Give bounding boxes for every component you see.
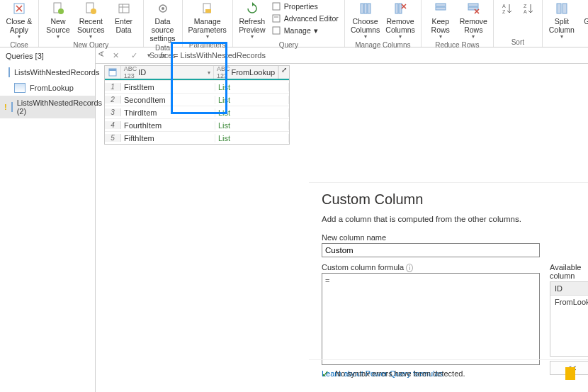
- svg-rect-17: [364, 4, 367, 13]
- table-row[interactable]: 3ThirdItemList: [105, 106, 289, 118]
- table-icon: [9, 67, 10, 77]
- query-item[interactable]: ListsWithNestedRecords: [0, 65, 95, 80]
- properties-button[interactable]: Properties: [271, 1, 339, 11]
- commit-formula-button[interactable]: ✓: [125, 51, 142, 60]
- split-column-icon: [555, 1, 569, 16]
- collapse-queries-button[interactable]: ∢: [96, 47, 106, 60]
- formula-input[interactable]: = ListsWithNestedRecords: [171, 51, 588, 60]
- svg-text:Z: Z: [502, 9, 506, 14]
- manage-button[interactable]: Manage ▾: [271, 26, 339, 35]
- sort-asc-button[interactable]: AZ: [497, 0, 518, 17]
- svg-rect-29: [557, 4, 561, 13]
- query-item-label: ListsWithNestedRecords: [14, 68, 99, 77]
- chevron-down-icon: ▾: [89, 33, 92, 40]
- enter-data-button[interactable]: Enter Data: [108, 0, 140, 34]
- datatype-any-icon: ABC123: [217, 65, 230, 79]
- info-icon[interactable]: i: [406, 264, 413, 272]
- check-icon: ✓: [322, 369, 329, 379]
- expand-column-button[interactable]: ⤢: [278, 66, 289, 79]
- queries-pane: Queries [3] ListsWithNestedRecords FromL…: [0, 47, 96, 392]
- column-header-fromlookup[interactable]: ABC123FromLookup: [214, 66, 278, 79]
- svg-rect-19: [395, 4, 398, 13]
- chevron-down-icon: ▾: [314, 26, 318, 35]
- available-column-item[interactable]: ID: [550, 282, 588, 296]
- choose-columns-button[interactable]: Choose Columns▾: [348, 0, 383, 40]
- sort-asc-icon: AZ: [500, 1, 514, 16]
- close-apply-icon: [12, 1, 26, 16]
- data-grid: ABC123ID▾ ABC123FromLookup ⤢ 1FirstItemL…: [104, 65, 290, 145]
- keep-rows-button[interactable]: Keep Rows▾: [424, 0, 457, 40]
- data-source-settings-button[interactable]: Data source settings: [147, 0, 179, 43]
- column-menu-button[interactable]: ▾: [208, 69, 210, 76]
- select-all-corner[interactable]: [105, 66, 121, 79]
- refresh-icon: [245, 1, 259, 16]
- query-item-label: ListsWithNestedRecords (2): [17, 99, 102, 116]
- query-item[interactable]: !ListsWithNestedRecords (2): [0, 96, 95, 118]
- refresh-preview-button[interactable]: Refresh Preview▾: [236, 0, 268, 40]
- close-apply-button[interactable]: Close & Apply▾: [3, 0, 35, 40]
- remove-rows-button[interactable]: Remove Rows▾: [457, 0, 490, 40]
- svg-rect-23: [468, 4, 478, 6]
- svg-point-4: [91, 9, 96, 14]
- svg-rect-24: [468, 7, 478, 10]
- formula-dropdown-button[interactable]: ▾: [142, 52, 155, 59]
- svg-rect-11: [205, 9, 211, 13]
- status-text: No syntax errors have been detected.: [335, 369, 465, 378]
- group-by-button[interactable]: Group By: [578, 0, 588, 34]
- split-column-button[interactable]: Split Column▾: [545, 0, 578, 40]
- table-row[interactable]: 2SecondItemList: [105, 93, 289, 106]
- formula-input[interactable]: =: [322, 273, 540, 365]
- table-row[interactable]: 1FirstItemList: [105, 80, 289, 93]
- new-column-name-input[interactable]: [322, 243, 540, 257]
- chevron-down-icon: ▾: [472, 33, 475, 40]
- queries-pane-title: Queries [3]: [0, 47, 95, 65]
- ok-button[interactable]: [565, 367, 575, 380]
- cancel-formula-button[interactable]: ✕: [106, 51, 125, 60]
- svg-text:Z: Z: [524, 4, 527, 9]
- svg-rect-20: [399, 4, 402, 13]
- query-item-label: FromLookup: [30, 84, 74, 92]
- ribbon: Close & Apply▾ Close New Source▾ Recent …: [0, 0, 588, 47]
- parameters-icon: [200, 1, 215, 16]
- svg-rect-13: [273, 15, 280, 22]
- remove-columns-button[interactable]: Remove Columns▾: [383, 0, 417, 40]
- choose-columns-icon: [358, 1, 373, 16]
- svg-text:A: A: [524, 9, 527, 14]
- column-header-id[interactable]: ABC123ID▾: [121, 66, 214, 79]
- custom-column-dialog: Custom Column Add a column that is compu…: [309, 182, 588, 366]
- sort-desc-icon: ZA: [521, 1, 536, 16]
- svg-rect-45: [109, 69, 116, 71]
- enter-data-icon: [117, 1, 131, 16]
- dialog-status-bar: ✓ No syntax errors have been detected.: [309, 359, 588, 387]
- remove-rows-icon: [466, 1, 480, 16]
- warning-icon: !: [4, 103, 7, 111]
- chevron-down-icon: ▾: [399, 33, 402, 40]
- chevron-down-icon: ▾: [439, 33, 442, 40]
- query-item[interactable]: FromLookup: [0, 80, 95, 96]
- svg-rect-12: [273, 3, 280, 10]
- available-column-item[interactable]: FromLookup: [550, 296, 588, 308]
- svg-rect-5: [119, 4, 129, 13]
- recent-sources-icon: [84, 1, 98, 16]
- dialog-title: Custom Column: [322, 191, 588, 208]
- chevron-down-icon: ▾: [251, 33, 254, 40]
- table-row[interactable]: 4FourthItemList: [105, 118, 289, 131]
- new-column-name-label: New column name: [322, 233, 588, 242]
- sort-desc-button[interactable]: ZA: [518, 0, 539, 17]
- advanced-editor-button[interactable]: Advanced Editor: [271, 13, 339, 23]
- new-source-button[interactable]: New Source▾: [42, 0, 74, 40]
- remove-columns-icon: [393, 1, 407, 16]
- fx-label: fx: [155, 51, 171, 60]
- manage-parameters-button[interactable]: Manage Parameters▾: [186, 0, 230, 40]
- available-columns-label: Available column: [550, 263, 588, 280]
- svg-rect-18: [368, 4, 371, 13]
- chevron-down-icon: ▾: [18, 33, 21, 40]
- formula-label: Custom column formula i: [322, 263, 540, 271]
- table-row[interactable]: 5FifthItemList: [105, 131, 289, 144]
- table-icon: [11, 102, 13, 112]
- svg-rect-22: [436, 7, 446, 10]
- svg-rect-16: [361, 4, 363, 13]
- svg-rect-15: [273, 27, 280, 34]
- chevron-down-icon: ▾: [206, 33, 209, 40]
- recent-sources-button[interactable]: Recent Sources▾: [74, 0, 108, 40]
